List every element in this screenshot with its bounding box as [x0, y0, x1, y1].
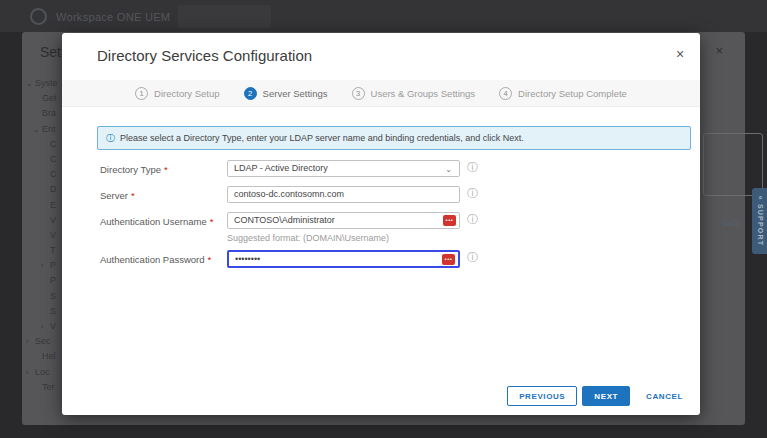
- step-number-badge: 4: [499, 87, 512, 100]
- previous-button[interactable]: PREVIOUS: [507, 386, 577, 406]
- directory-type-info-icon[interactable]: ⓘ: [467, 162, 478, 173]
- auth-password-info-icon[interactable]: ⓘ: [467, 252, 478, 263]
- sidebar-item-label: C: [50, 169, 57, 179]
- auth-username-helper-row: Suggested format: (DOMAIN\Username): [62, 233, 700, 251]
- chevron-down-icon: ⌄: [445, 162, 452, 177]
- tree-chevron-icon: ⌄: [33, 125, 40, 134]
- info-icon: ⓘ: [106, 134, 115, 143]
- tree-chevron-icon: ⌄: [26, 79, 33, 88]
- organization-group-selector: [178, 5, 271, 28]
- sidebar-item-label: P: [50, 260, 56, 270]
- required-asterisk: *: [164, 164, 168, 175]
- server-value: contoso-dc.contosomn.com: [234, 189, 344, 199]
- step-label: Server Settings: [263, 88, 328, 99]
- password-manager-icon[interactable]: •••: [443, 215, 456, 226]
- step-label: Directory Setup: [154, 88, 219, 99]
- sidebar-item-label: Loc: [35, 367, 50, 377]
- background-text-fragment: ually: [722, 218, 741, 228]
- sidebar-item-label: E: [50, 200, 56, 210]
- auth-username-value: CONTOSO\Administrator: [234, 215, 335, 225]
- auth-password-value: ••••••••: [235, 254, 260, 264]
- sidebar-item-label: V: [50, 321, 56, 331]
- sidebar-item-label: Hel: [42, 351, 56, 361]
- step-number-badge: 1: [135, 87, 148, 100]
- sidebar-item-label: P: [50, 275, 56, 285]
- wizard-step[interactable]: 2 Server Settings: [244, 87, 328, 100]
- cancel-button[interactable]: CANCEL: [635, 386, 694, 406]
- auth-password-row: Authentication Password* •••••••• ••• ⓘ: [62, 250, 700, 268]
- sidebar-item-label: Get: [42, 93, 57, 103]
- server-info-icon[interactable]: ⓘ: [467, 188, 478, 199]
- sidebar-item-label: S: [50, 306, 56, 316]
- sidebar-item-label: C: [50, 154, 57, 164]
- password-manager-icon[interactable]: •••: [442, 254, 455, 265]
- info-banner-text: Please select a Directory Type, enter yo…: [120, 133, 524, 143]
- sidebar-item-label: V: [50, 215, 56, 225]
- sidebar-item-label: V: [50, 230, 56, 240]
- sidebar-item-label: S: [50, 291, 56, 301]
- close-icon[interactable]: ×: [672, 46, 688, 62]
- support-tab-label: « SUPPORT: [756, 196, 763, 246]
- settings-close-icon: ×: [715, 43, 723, 58]
- dialog-actions: PREVIOUS NEXT CANCEL: [507, 386, 694, 406]
- wizard-step[interactable]: 4 Directory Setup Complete: [499, 87, 627, 100]
- settings-page-title: Set: [40, 44, 61, 60]
- tree-chevron-icon: ›: [26, 337, 29, 346]
- required-asterisk: *: [131, 190, 135, 201]
- next-button[interactable]: NEXT: [582, 386, 630, 406]
- directory-services-configuration-dialog: Directory Services Configuration × 1 Dir…: [62, 33, 700, 415]
- step-number-badge: 3: [352, 87, 365, 100]
- sidebar-item-label: Bra: [42, 108, 56, 118]
- sidebar-item-label: Ent: [42, 124, 56, 134]
- auth-username-row: Authentication Username* CONTOSO\Adminis…: [62, 212, 700, 230]
- auth-username-info-icon[interactable]: ⓘ: [467, 214, 478, 225]
- auth-password-input[interactable]: •••••••• •••: [227, 250, 460, 268]
- step-number-badge: 2: [244, 87, 257, 100]
- support-tab: « SUPPORT: [752, 188, 767, 254]
- tree-chevron-icon: ›: [26, 368, 29, 377]
- sidebar-item-label: C: [50, 139, 57, 149]
- wizard-stepper: 1 Directory Setup 2 Server Settings 3 Us…: [62, 80, 700, 107]
- info-banner: ⓘ Please select a Directory Type, enter …: [97, 126, 691, 150]
- step-label: Users & Groups Settings: [371, 88, 476, 99]
- directory-type-select[interactable]: LDAP - Active Directory ⌄: [227, 160, 460, 177]
- wizard-step[interactable]: 1 Directory Setup: [135, 87, 219, 100]
- auth-username-label: Authentication Username*: [100, 216, 213, 227]
- server-input[interactable]: contoso-dc.contosomn.com: [227, 186, 460, 203]
- required-asterisk: *: [208, 254, 212, 265]
- auth-password-label: Authentication Password*: [100, 254, 211, 265]
- product-name: Workspace ONE UEM: [56, 11, 170, 23]
- directory-type-value: LDAP - Active Directory: [234, 163, 328, 173]
- tree-chevron-icon: ›: [41, 261, 44, 270]
- server-label: Server*: [100, 190, 135, 201]
- server-row: Server* contoso-dc.contosomn.com ⓘ: [62, 186, 700, 204]
- sidebar-item-label: Ter: [42, 382, 55, 392]
- background-card: [703, 133, 763, 196]
- sidebar-item-label: Sec: [35, 336, 51, 346]
- sidebar-item-label: T: [50, 245, 56, 255]
- workspace-one-logo-icon: [30, 8, 47, 25]
- directory-type-label: Directory Type*: [100, 164, 168, 175]
- required-asterisk: *: [210, 216, 214, 227]
- step-label: Directory Setup Complete: [518, 88, 627, 99]
- app-header: Workspace ONE UEM: [0, 0, 767, 32]
- sidebar-item-label: Syste: [35, 78, 58, 88]
- dialog-title: Directory Services Configuration: [97, 47, 312, 64]
- auth-username-helper-text: Suggested format: (DOMAIN\Username): [227, 233, 389, 243]
- wizard-step[interactable]: 3 Users & Groups Settings: [352, 87, 476, 100]
- auth-username-input[interactable]: CONTOSO\Administrator •••: [227, 212, 460, 229]
- sidebar-item-label: D: [50, 184, 57, 194]
- tree-chevron-icon: ›: [41, 322, 44, 331]
- directory-type-row: Directory Type* LDAP - Active Directory …: [62, 160, 700, 178]
